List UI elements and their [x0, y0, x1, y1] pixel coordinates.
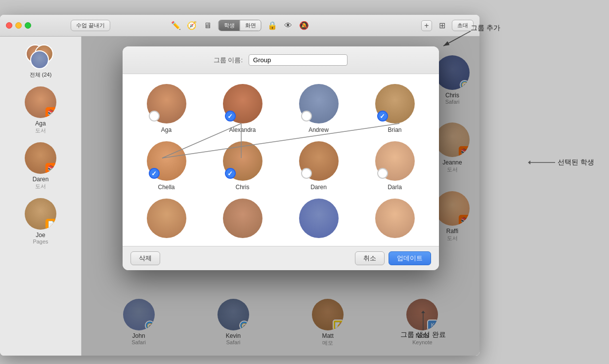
cancel-button[interactable]: 취소 [355, 251, 385, 265]
dialog-footer: 삭제 취소 업데이트 [123, 246, 439, 270]
dialog-avatar-more2 [223, 199, 262, 238]
toolbar-left: 수업 끝내기 [71, 20, 110, 31]
dialog-student-chris[interactable]: Chris [209, 141, 277, 191]
svg-marker-6 [528, 161, 530, 164]
sidebar-student-joe[interactable]: 📄 Joe Pages [0, 194, 81, 248]
minimize-button[interactable] [15, 22, 22, 29]
main-window: 수업 끝내기 ✏️ 🧭 🖥 학생 화면 🔒 👁 🔕 🔬 Science + ⊞ … [0, 15, 479, 356]
tool-icon-2[interactable]: 🧭 [185, 19, 199, 33]
annotation-selected-arrow [528, 158, 558, 167]
dialog-name-alexandra: Alexandra [229, 126, 256, 133]
dialog-name-chris: Chris [235, 184, 249, 191]
check-andrew [301, 111, 312, 121]
dialog-students-grid: Aga Alexandra [123, 74, 439, 246]
annotation-add-group: 그룹 추가 [471, 24, 500, 33]
dialog-student-brian[interactable]: Brian [361, 84, 429, 133]
dialog-name-darla: Darla [388, 184, 402, 191]
check-daren [301, 168, 312, 179]
check-chella [149, 168, 160, 179]
traffic-lights [6, 22, 31, 29]
tool-icon-mute[interactable]: 🔕 [297, 19, 311, 33]
dialog-avatar-wrap-brian [375, 84, 415, 123]
dialog-avatar-wrap-alexandra [223, 84, 262, 123]
tool-icon-lock[interactable]: 🔒 [265, 19, 279, 33]
dialog-avatar-wrap-more3 [299, 199, 339, 238]
sidebar-avatar-joe: 📄 [25, 198, 56, 230]
sidebar-app-aga: 도서 [35, 127, 46, 134]
sidebar-student-aga[interactable]: 📚 Aga 도서 [0, 82, 81, 138]
check-aga [149, 111, 160, 121]
dialog-avatar-wrap-chella [147, 141, 186, 181]
dialog-student-more4[interactable] [361, 199, 429, 238]
dialog-avatar-wrap-more2 [223, 199, 262, 238]
sidebar-avatar-aga: 📚 [25, 86, 56, 118]
dialog-overlay: 그룹 이름: Aga [82, 37, 479, 356]
tool-icon-3[interactable]: 🖥 [201, 19, 215, 33]
app-badge-daren: 📚 [45, 163, 56, 174]
dialog-name-chella: Chella [158, 184, 174, 191]
maximize-button[interactable] [25, 22, 31, 29]
end-class-button[interactable]: 수업 끝내기 [71, 20, 110, 31]
sidebar-app-joe: Pages [33, 239, 48, 244]
dialog-student-alexandra[interactable]: Alexandra [209, 84, 277, 133]
sidebar-name-aga: Aga [35, 120, 45, 127]
dialog-avatar-wrap-daren [299, 141, 339, 181]
dialog-student-more3[interactable] [285, 199, 353, 238]
check-chris [225, 168, 236, 179]
app-badge-joe: 📄 [45, 219, 56, 230]
dialog-avatar-wrap-more4 [375, 199, 415, 238]
group-name-input[interactable] [249, 54, 348, 66]
check-brian [377, 111, 388, 121]
dialog-footer-right: 취소 업데이트 [355, 251, 431, 265]
sidebar-avatar-daren: 📚 [25, 142, 56, 174]
dialog-avatar-more3 [299, 199, 339, 238]
tool-icon-1[interactable]: ✏️ [169, 19, 183, 33]
dialog-name-aga: Aga [161, 126, 172, 133]
dialog-avatar-more4 [375, 199, 415, 238]
sidebar-app-daren: 도서 [35, 183, 46, 190]
sidebar-all-item[interactable]: 전체 (24) [0, 40, 81, 82]
sidebar-name-daren: Daren [33, 176, 49, 183]
dialog-student-more1[interactable] [132, 199, 201, 238]
dialog-student-aga[interactable]: Aga [132, 84, 201, 133]
dialog-avatar-wrap-chris [223, 141, 262, 181]
app-badge-books: 📚 [45, 107, 56, 118]
dialog-grid-container: Aga Alexandra [123, 74, 439, 246]
dialog-avatar-wrap-andrew [299, 84, 339, 123]
update-button[interactable]: 업데이트 [389, 251, 431, 265]
dialog-avatar-more1 [147, 199, 186, 238]
sidebar: 전체 (24) 📚 Aga 도서 📚 Daren 도서 [0, 37, 82, 356]
check-darla [377, 168, 388, 179]
check-alexandra [225, 111, 236, 121]
dialog-name-andrew: Andrew [308, 126, 329, 133]
dialog-student-daren[interactable]: Daren [285, 141, 353, 191]
add-button[interactable]: + [421, 20, 432, 31]
sidebar-name-joe: Joe [36, 232, 45, 239]
titlebar: 수업 끝내기 ✏️ 🧭 🖥 학생 화면 🔒 👁 🔕 🔬 Science + ⊞ … [0, 15, 479, 37]
dialog-student-darla[interactable]: Darla [361, 141, 429, 191]
annotation-selected-student: 선택된 학생 [558, 158, 594, 167]
group-dialog: 그룹 이름: Aga [123, 46, 439, 270]
dialog-avatar-wrap-more1 [147, 199, 186, 238]
sidebar-all-label: 전체 (24) [30, 71, 52, 79]
dialog-header: 그룹 이름: [123, 46, 439, 74]
sidebar-all-avatars [26, 44, 55, 69]
tab-student[interactable]: 학생 [219, 20, 240, 31]
dialog-student-andrew[interactable]: Andrew [285, 84, 353, 133]
dialog-avatar-wrap-darla [375, 141, 415, 181]
tool-icon-eye[interactable]: 👁 [281, 19, 295, 33]
dialog-student-chella[interactable]: Chella [132, 141, 201, 191]
dialog-student-more2[interactable] [209, 199, 277, 238]
group-name-label: 그룹 이름: [214, 56, 243, 65]
sidebar-avatar-group-3 [30, 50, 49, 69]
sidebar-student-daren[interactable]: 📚 Daren 도서 [0, 138, 81, 194]
dialog-name-brian: Brian [388, 126, 401, 133]
dialog-name-daren: Daren [310, 184, 327, 191]
delete-button[interactable]: 삭제 [130, 251, 160, 265]
tab-screen[interactable]: 화면 [240, 20, 261, 31]
close-button[interactable] [6, 22, 12, 29]
dialog-avatar-wrap-aga [147, 84, 186, 123]
main-content: 🧭 Chris Safari 📚 Jeanne 도서 📚 [82, 37, 479, 356]
content-area: 전체 (24) 📚 Aga 도서 📚 Daren 도서 [0, 37, 479, 356]
